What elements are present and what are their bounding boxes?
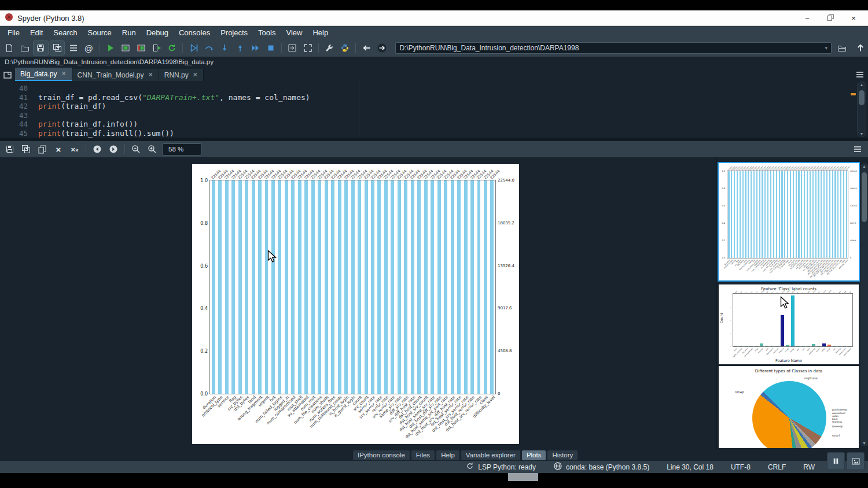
restore-button[interactable] — [826, 14, 834, 23]
thumbnails-scrollbar-thumb[interactable] — [862, 172, 867, 222]
dropdown-caret-icon[interactable]: ▾ — [825, 45, 827, 51]
plot-thumbnail-2[interactable]: Feature 'Class' label countsCountFeature… — [719, 284, 859, 364]
bar — [807, 346, 810, 346]
menu-tools[interactable]: Tools — [253, 27, 281, 38]
continue-execution-icon[interactable] — [248, 41, 263, 55]
bar-slot: 22544difficulty_level — [845, 171, 848, 258]
forward-icon[interactable] — [375, 41, 389, 55]
bar-slot: 67343normal — [790, 294, 795, 346]
thumbnails-scrollbar[interactable]: ▲ ▼ — [860, 163, 868, 446]
editor-scrollbar[interactable]: ▲ ▼ — [857, 82, 866, 137]
run-cell-advance-icon[interactable] — [134, 41, 149, 55]
find-symbols-icon[interactable]: @ — [82, 41, 96, 55]
pane-tab-plots[interactable]: Plots — [522, 450, 546, 460]
remove-plot-icon[interactable]: × — [51, 142, 66, 156]
stop-debugging-icon[interactable] — [263, 41, 278, 55]
plot-thumbnail-3[interactable]: Different types of Classes in dataneptun… — [719, 366, 859, 448]
new-file-icon[interactable] — [2, 41, 17, 55]
back-icon[interactable] — [359, 41, 374, 55]
save-all-icon[interactable] — [50, 40, 65, 56]
run-cell-icon[interactable] — [119, 41, 133, 55]
menu-consoles[interactable]: Consoles — [174, 27, 215, 38]
scroll-up-icon[interactable]: ▲ — [860, 164, 868, 168]
editor-tab-rnn.py[interactable]: RNN.py✕ — [159, 69, 204, 81]
save-plot-icon[interactable] — [2, 142, 17, 156]
pause-button[interactable] — [827, 452, 845, 470]
zoom-out-icon[interactable] — [128, 142, 144, 156]
interpreter-status[interactable]: conda: base (Python 3.8.5) — [553, 461, 649, 472]
editor-options-icon[interactable] — [852, 68, 868, 81]
picture-button[interactable] — [847, 452, 865, 470]
remove-all-plots-icon[interactable]: ×× — [67, 142, 82, 156]
pane-tab-variable-explorer[interactable]: Variable explorer — [461, 450, 520, 460]
menu-debug[interactable]: Debug — [141, 27, 174, 38]
bar — [832, 171, 833, 258]
rerun-cell-icon[interactable] — [165, 41, 179, 55]
minimize-button[interactable]: − — [803, 14, 811, 23]
editor-scrollbar-thumb[interactable] — [859, 90, 865, 105]
menu-edit[interactable]: Edit — [25, 27, 48, 38]
bar — [338, 180, 341, 394]
menu-help[interactable]: Help — [307, 27, 333, 38]
preferences-icon[interactable] — [322, 41, 337, 55]
zoom-level-input[interactable]: 58 % — [163, 143, 201, 156]
menu-view[interactable]: View — [281, 27, 307, 38]
toolbar-separator — [100, 43, 100, 53]
step-over-icon[interactable] — [202, 41, 216, 55]
lsp-status[interactable]: LSP Python: ready — [465, 461, 536, 472]
open-file-icon[interactable] — [18, 41, 32, 55]
y-tick-left: 0.4 — [200, 306, 210, 311]
scroll-down-icon[interactable]: ▼ — [860, 441, 868, 445]
save-all-plots-icon[interactable] — [19, 142, 34, 156]
menu-projects[interactable]: Projects — [215, 27, 253, 38]
run-external-console-icon[interactable] — [285, 41, 300, 55]
debug-file-icon[interactable] — [186, 41, 201, 55]
zoom-in-icon[interactable] — [145, 142, 160, 156]
save-file-icon[interactable] — [33, 40, 49, 56]
pane-tab-help[interactable]: Help — [436, 450, 459, 460]
category-label: phf — [801, 347, 805, 351]
go-to-parent-directory-icon[interactable] — [854, 41, 868, 55]
close-tab-icon[interactable]: ✕ — [148, 71, 153, 79]
run-file-icon[interactable] — [104, 41, 118, 55]
bar-slot: 11imap — [754, 294, 759, 346]
step-into-icon[interactable] — [218, 41, 232, 55]
pane-tab-files[interactable]: Files — [411, 450, 435, 460]
browse-working-directory-icon[interactable] — [835, 41, 849, 55]
menu-search[interactable]: Search — [48, 27, 82, 38]
close-tab-icon[interactable]: ✕ — [61, 70, 66, 77]
bar — [755, 346, 758, 346]
scroll-up-icon[interactable]: ▲ — [858, 83, 866, 87]
editor-tab-cnn_train_model.py[interactable]: CNN_Train_Model.py✕ — [72, 69, 159, 81]
maximize-pane-icon[interactable] — [301, 41, 315, 55]
run-selection-icon[interactable] — [149, 41, 164, 55]
close-tab-icon[interactable]: ✕ — [193, 71, 198, 79]
pane-tab-ipython-console[interactable]: IPython console — [353, 450, 410, 460]
file-encoding: UTF-8 — [731, 463, 751, 471]
working-directory-input[interactable]: D:\PythonRUN\Big_Data_Intrusion_detectio… — [395, 42, 832, 54]
menu-source[interactable]: Source — [83, 27, 117, 38]
close-button[interactable]: × — [849, 14, 858, 23]
pythonpath-manager-icon[interactable] — [338, 41, 352, 55]
menu-run[interactable]: Run — [117, 27, 141, 38]
editor-tab-big_data.py[interactable]: Big_data.py✕ — [15, 68, 72, 81]
pane-tab-history[interactable]: History — [547, 450, 578, 460]
bar — [796, 171, 797, 258]
plots-options-icon[interactable] — [849, 143, 866, 156]
step-return-icon[interactable] — [233, 41, 247, 55]
line-number: 42 — [0, 102, 38, 111]
plot-thumbnail-1[interactable]: 1.00.80.60.40.20.022544.018035.213526.49… — [719, 163, 859, 280]
code-editor[interactable]: 4041train_df = pd.read_csv("DARPATrain+.… — [0, 81, 868, 138]
code-text: print(train_df) — [38, 102, 106, 111]
bar — [775, 346, 779, 346]
scroll-down-icon[interactable]: ▼ — [858, 132, 866, 136]
menu-file[interactable]: File — [2, 27, 25, 38]
copy-plot-icon[interactable] — [35, 142, 50, 156]
file-switcher-icon[interactable] — [66, 41, 80, 55]
screen: { "window": {"title": "Spyder (Python 3.… — [0, 0, 868, 488]
previous-plot-icon[interactable] — [90, 142, 105, 156]
bar — [451, 180, 454, 394]
browse-tabs-icon[interactable] — [0, 69, 15, 81]
change-marker — [851, 93, 856, 95]
next-plot-icon[interactable] — [106, 142, 121, 156]
